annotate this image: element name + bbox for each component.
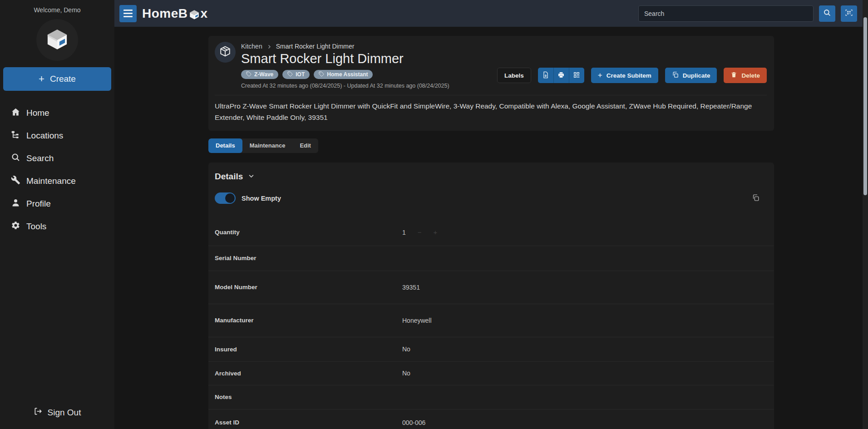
qr-scan-button[interactable] (841, 5, 857, 22)
copy-details-button[interactable] (749, 192, 762, 205)
plus-icon: + (598, 71, 602, 80)
item-avatar (215, 42, 236, 63)
labels-button[interactable]: Labels (497, 68, 531, 83)
item-tabs: Details Maintenance Edit (208, 138, 774, 153)
file-download-icon (542, 71, 549, 80)
logo-text-prefix: HomeB (142, 6, 188, 21)
copy-icon (672, 71, 679, 79)
print-button[interactable] (553, 68, 569, 83)
row-value: 39351 (402, 284, 420, 291)
download-file-button[interactable] (538, 68, 553, 83)
menu-button[interactable] (119, 5, 137, 22)
gear-icon (11, 221, 20, 232)
app-logo (36, 19, 78, 61)
tab-details[interactable]: Details (208, 138, 242, 153)
quantity-value: 1 (402, 229, 406, 236)
tag-icon (319, 71, 324, 78)
sign-out-label: Sign Out (48, 408, 81, 418)
breadcrumb: Kitchen Smart Rocker Light Dimmer (241, 43, 449, 50)
label-badge[interactable]: IOT (282, 70, 310, 79)
home-icon (11, 107, 20, 119)
logout-icon (34, 407, 43, 418)
sidebar-item-maintenance[interactable]: Maintenance (0, 170, 114, 192)
toggle-switch[interactable] (215, 192, 236, 204)
row-value: Honeywell (402, 317, 432, 324)
item-actions: Labels + (497, 68, 767, 83)
sidebar-item-label: Profile (26, 199, 51, 209)
label-badge-text: Z-Wave (254, 71, 273, 78)
homebox-logo[interactable]: HomeB x (142, 6, 208, 21)
tab-edit[interactable]: Edit (292, 138, 318, 153)
table-row-quantity: Quantity 1 − + (208, 219, 774, 246)
sidebar-item-tools[interactable]: Tools (0, 215, 114, 238)
qrcode-scan-icon (845, 9, 853, 18)
top-header: HomeB x (114, 0, 868, 27)
duplicate-button[interactable]: Duplicate (665, 68, 717, 83)
qrcode-icon (573, 71, 580, 80)
created-updated-meta: Created At 32 minutes ago (08/24/2025) -… (241, 83, 449, 89)
search-submit-button[interactable] (819, 5, 835, 22)
row-label: Quantity (215, 229, 402, 236)
search-input[interactable] (638, 5, 814, 22)
table-row-notes: Notes (208, 385, 774, 409)
label-badge-text: IOT (296, 71, 305, 78)
label-badge[interactable]: Home Assistant (314, 70, 373, 79)
welcome-text: Welcome, Demo (34, 6, 80, 14)
sidebar-item-search[interactable]: Search (0, 147, 114, 170)
export-icon-group (538, 68, 584, 83)
package-box-icon (219, 45, 231, 59)
table-row-model-number: Model Number 39351 (208, 271, 774, 304)
create-button[interactable]: + Create (3, 67, 111, 91)
hamburger-icon (123, 10, 133, 17)
quantity-increment-button[interactable]: + (434, 228, 438, 236)
row-label: Notes (215, 394, 402, 400)
logo-text-suffix: x (201, 6, 208, 21)
qr-code-button[interactable] (569, 68, 584, 83)
scrollbar-thumb[interactable] (863, 17, 867, 195)
tag-icon (246, 71, 252, 78)
sign-out-button[interactable]: Sign Out (0, 402, 114, 423)
show-empty-toggle[interactable]: Show Empty (215, 192, 281, 204)
app-window: Welcome, Demo + Create Home (0, 0, 868, 429)
table-row-archived: Archived No (208, 362, 774, 385)
create-subitem-label: Create Subitem (607, 72, 651, 79)
sidebar-item-label: Home (26, 108, 49, 118)
row-label: Archived (215, 370, 402, 377)
tab-maintenance[interactable]: Maintenance (242, 138, 293, 153)
tree-icon (11, 130, 20, 142)
sidebar: Welcome, Demo + Create Home (0, 0, 114, 429)
delete-label: Delete (741, 72, 760, 79)
content-region: HomeB x (114, 0, 868, 429)
row-value: 000-006 (402, 419, 425, 426)
label-badges: Z-Wave IOT Home Assistant (241, 70, 449, 79)
page-scrollbar[interactable] (863, 0, 868, 429)
details-section-toggle[interactable]: Details (208, 171, 774, 182)
sidebar-item-home[interactable]: Home (0, 102, 114, 124)
create-subitem-button[interactable]: + Create Subitem (591, 68, 658, 83)
delete-button[interactable]: Delete (724, 68, 767, 83)
label-badge[interactable]: Z-Wave (241, 70, 278, 79)
search-icon (823, 9, 831, 18)
sidebar-item-label: Search (26, 153, 54, 163)
chevron-down-icon (248, 171, 255, 182)
page-title: Smart Rocker Light Dimmer (241, 51, 449, 66)
table-row-serial-number: Serial Number (208, 246, 774, 271)
sidebar-item-locations[interactable]: Locations (0, 124, 114, 147)
show-empty-label: Show Empty (242, 195, 281, 202)
tag-icon (287, 71, 293, 78)
sidebar-item-label: Maintenance (26, 176, 76, 186)
quantity-decrement-button[interactable]: − (418, 228, 422, 236)
breadcrumb-parent-link[interactable]: Kitchen (241, 43, 262, 50)
table-row-insured: Insured No (208, 337, 774, 362)
box-glyph-icon (189, 9, 200, 20)
labels-button-label: Labels (504, 72, 524, 79)
breadcrumb-current: Smart Rocker Light Dimmer (276, 43, 355, 50)
sidebar-item-profile[interactable]: Profile (0, 192, 114, 215)
row-value: No (402, 370, 410, 377)
trash-icon (730, 71, 737, 79)
table-row-manufacturer: Manufacturer Honeywell (208, 304, 774, 337)
row-label: Model Number (215, 284, 402, 291)
details-heading-label: Details (215, 172, 243, 182)
item-description: UltraPro Z-Wave Smart Rocker Light Dimme… (215, 95, 767, 123)
sidebar-item-label: Locations (26, 131, 63, 141)
